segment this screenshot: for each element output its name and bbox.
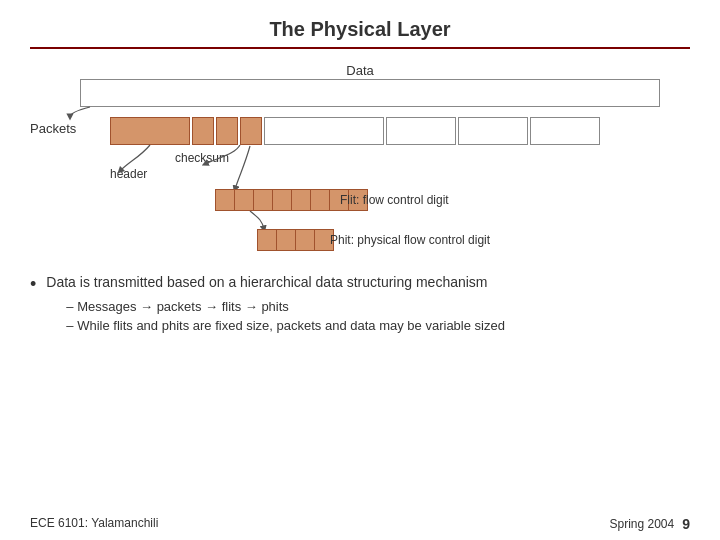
diagram-area: Data Packets checksum header	[20, 49, 700, 269]
sub-item-2: – While flits and phits are fixed size, …	[66, 316, 505, 336]
packet-header-block	[110, 117, 190, 145]
packet-seg4	[386, 117, 456, 145]
data-label: Data	[346, 63, 373, 78]
flit-seg	[310, 189, 330, 211]
flit-seg	[291, 189, 311, 211]
sub-items: – Messages → packets → flits → phits – W…	[46, 297, 505, 336]
phit-row	[257, 229, 333, 251]
phit-seg	[276, 229, 296, 251]
packet-seg2	[216, 117, 238, 145]
flit-seg	[272, 189, 292, 211]
flit-label: Flit: flow control digit	[340, 193, 449, 207]
bullet-main-text: Data is transmitted based on a hierarchi…	[46, 273, 505, 293]
packet-data-block	[264, 117, 384, 145]
page-title: The Physical Layer	[0, 0, 720, 47]
packet-seg1	[192, 117, 214, 145]
bullet-dot: •	[30, 273, 36, 296]
footer: ECE 6101: Yalamanchili Spring 2004 9	[30, 516, 690, 532]
sub-item-1: – Messages → packets → flits → phits	[66, 297, 505, 317]
bullet-item: • Data is transmitted based on a hierarc…	[30, 273, 690, 336]
content-section: • Data is transmitted based on a hierarc…	[30, 269, 690, 336]
page-number: 9	[682, 516, 690, 532]
packets-label: Packets	[30, 121, 76, 136]
phit-seg	[257, 229, 277, 251]
footer-right: Spring 2004 9	[609, 516, 690, 532]
packet-seg3	[240, 117, 262, 145]
flit-seg	[215, 189, 235, 211]
header-label: header	[110, 167, 147, 181]
footer-spring: Spring 2004	[609, 517, 674, 531]
packet-seg5	[458, 117, 528, 145]
phit-label: Phit: physical flow control digit	[330, 233, 490, 247]
checksum-label: checksum	[175, 151, 229, 165]
data-bar	[80, 79, 660, 107]
flit-seg	[234, 189, 254, 211]
phit-seg	[295, 229, 315, 251]
footer-left: ECE 6101: Yalamanchili	[30, 516, 158, 532]
packet-seg6	[530, 117, 600, 145]
bullet-content: Data is transmitted based on a hierarchi…	[46, 273, 505, 336]
flit-seg	[253, 189, 273, 211]
